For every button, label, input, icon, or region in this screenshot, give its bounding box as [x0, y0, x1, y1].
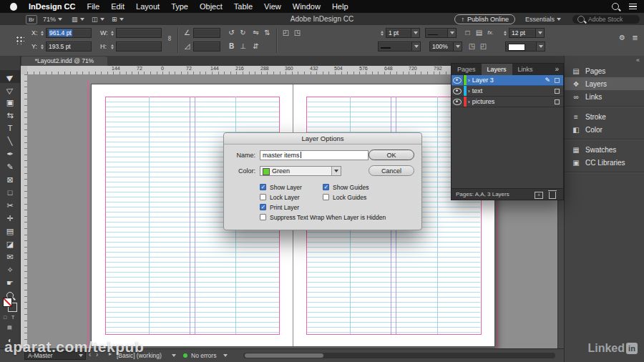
layer-name[interactable]: Layer 3: [472, 77, 545, 84]
layer-target-square[interactable]: [555, 78, 560, 83]
menu-view[interactable]: View: [264, 2, 281, 11]
line-tool[interactable]: ╲: [0, 134, 20, 147]
y-stepper[interactable]: [39, 41, 45, 52]
x-stepper[interactable]: [39, 28, 45, 38]
menu-type[interactable]: Type: [171, 2, 188, 11]
chevron-down-icon[interactable]: [223, 354, 228, 357]
dock-stroke-button[interactable]: ≡ Stroke: [565, 110, 644, 123]
tab-layers[interactable]: Layers: [482, 64, 512, 75]
formatting-affects-container-icon[interactable]: □: [4, 315, 6, 320]
spotlight-search-icon[interactable]: [612, 3, 619, 10]
tab-links[interactable]: Links: [512, 64, 539, 75]
layer-name[interactable]: pictures: [472, 98, 552, 105]
apply-color-icon[interactable]: ▤: [7, 325, 12, 331]
checkbox-lock-layer[interactable]: Lock Layer: [260, 193, 300, 201]
gradient-feather-icon[interactable]: ▤: [474, 27, 484, 38]
layer-name[interactable]: text: [472, 87, 552, 94]
menu-help[interactable]: Help: [332, 2, 348, 11]
horizontal-scrollbar-thumb[interactable]: [245, 353, 323, 358]
direct-selection-tool[interactable]: ▷: [0, 83, 20, 96]
formatting-affects-text-icon[interactable]: T: [11, 315, 14, 320]
menu-app-name[interactable]: InDesign CC: [29, 2, 75, 11]
stroke-color-icon[interactable]: ◰: [478, 41, 489, 52]
menu-table[interactable]: Table: [234, 2, 253, 11]
checkbox-print-layer[interactable]: Print Layer: [260, 203, 299, 211]
hand-tool[interactable]: ☛: [0, 276, 20, 289]
select-container-icon[interactable]: ◰: [280, 27, 291, 38]
layer-visibility-toggle[interactable]: [452, 75, 464, 85]
shear-angle-field[interactable]: [193, 41, 220, 52]
rotate-cw-icon[interactable]: ↻: [238, 27, 248, 38]
expand-dock-icon[interactable]: «: [636, 56, 640, 64]
stroke-weight-stepper[interactable]: [379, 28, 385, 38]
dock-swatches-button[interactable]: ▦ Swatches: [565, 143, 644, 156]
scissors-tool[interactable]: ✂: [0, 199, 20, 212]
dock-pages-button[interactable]: ▤ Pages: [565, 64, 644, 77]
preflight-status-text[interactable]: No errors: [191, 352, 216, 359]
horizontal-scrollbar[interactable]: [243, 353, 555, 358]
layer-expand-arrow[interactable]: ›: [468, 88, 470, 94]
menu-file[interactable]: File: [87, 2, 99, 11]
fill-color-icon[interactable]: ◳: [467, 41, 477, 52]
layer-target-square[interactable]: [555, 99, 560, 104]
align-perpendicular-icon[interactable]: ⊥: [238, 41, 248, 52]
page-tool[interactable]: ▣: [0, 96, 20, 109]
font-size-dropdown[interactable]: 12 pt: [509, 28, 545, 38]
note-tool[interactable]: ✉: [0, 250, 20, 263]
layer-row-pictures[interactable]: › pictures: [452, 97, 563, 107]
document-tab[interactable]: *Layout2.indd @ 71%: [21, 57, 107, 66]
layer-color-dropdown[interactable]: Green: [260, 166, 341, 176]
chevron-down-icon[interactable]: [172, 354, 176, 357]
pen-tool[interactable]: ✒: [0, 147, 20, 160]
dock-color-button[interactable]: ◧ Color: [565, 123, 644, 136]
layer-name-input[interactable]: master items: [260, 150, 369, 160]
rectangle-tool[interactable]: □: [0, 186, 20, 199]
layer-visibility-toggle[interactable]: [452, 86, 464, 96]
font-size-stepper[interactable]: [502, 28, 508, 38]
checkbox-show-layer[interactable]: Show Layer: [260, 183, 302, 191]
checkbox-show-guides[interactable]: Show Guides: [323, 183, 369, 191]
stroke-weight-dropdown[interactable]: 1 pt: [386, 28, 420, 38]
effects-fx-icon[interactable]: fx.: [485, 27, 496, 38]
swatch-dropdown[interactable]: [505, 41, 545, 52]
checkbox-lock-guides[interactable]: Lock Guides: [323, 193, 366, 201]
menu-layout[interactable]: Layout: [136, 2, 160, 11]
select-content-icon[interactable]: ◳: [292, 27, 303, 38]
layer-target-square[interactable]: [555, 89, 560, 94]
eyedropper-tool[interactable]: ✧: [0, 263, 20, 276]
bold-style-icon[interactable]: B: [226, 41, 237, 52]
y-position-field[interactable]: 193.5 pt: [46, 41, 92, 52]
constrain-proportions-chain-icon[interactable]: ∞: [165, 33, 175, 44]
layer-expand-arrow[interactable]: ›: [468, 77, 470, 84]
drop-shadow-icon[interactable]: □: [462, 27, 473, 38]
ok-button[interactable]: OK: [369, 150, 414, 160]
type-tool[interactable]: T: [0, 122, 20, 134]
menu-edit[interactable]: Edit: [111, 2, 125, 11]
fill-swatch[interactable]: [3, 298, 12, 307]
menu-window[interactable]: Window: [293, 2, 321, 11]
new-layer-button[interactable]: +: [535, 192, 543, 199]
gap-tool[interactable]: ⇆: [0, 109, 20, 122]
rotation-angle-field[interactable]: [193, 28, 220, 38]
layer-expand-arrow[interactable]: ›: [468, 99, 470, 105]
layer-visibility-toggle[interactable]: [452, 97, 464, 107]
h-stepper[interactable]: [109, 41, 115, 52]
dock-layers-button[interactable]: ❖ Layers: [565, 77, 644, 90]
dock-cc-libraries-button[interactable]: ▣ CC Libraries: [565, 156, 644, 169]
gradient-swatch-tool[interactable]: ▤: [0, 225, 20, 238]
delete-layer-button[interactable]: [549, 192, 556, 199]
free-transform-tool[interactable]: ✛: [0, 212, 20, 225]
adobe-stock-search[interactable]: Adobe Stock: [572, 15, 640, 24]
w-stepper[interactable]: [109, 28, 115, 38]
menu-object[interactable]: Object: [200, 2, 223, 11]
checkbox-suppress-text-wrap[interactable]: Suppress Text Wrap When Layer is Hidden: [260, 213, 386, 221]
opacity-dropdown[interactable]: 100%: [429, 41, 462, 52]
selection-tool[interactable]: ▶: [0, 70, 20, 83]
tab-pages[interactable]: Pages: [452, 64, 482, 75]
cancel-button[interactable]: Cancel: [369, 165, 414, 176]
workspace-switcher[interactable]: Essentials: [525, 13, 561, 25]
gear-icon[interactable]: ⚙: [617, 32, 628, 43]
apple-menu-icon[interactable]: [10, 3, 17, 11]
height-field[interactable]: [116, 41, 162, 52]
pencil-tool[interactable]: ✎: [0, 160, 20, 173]
